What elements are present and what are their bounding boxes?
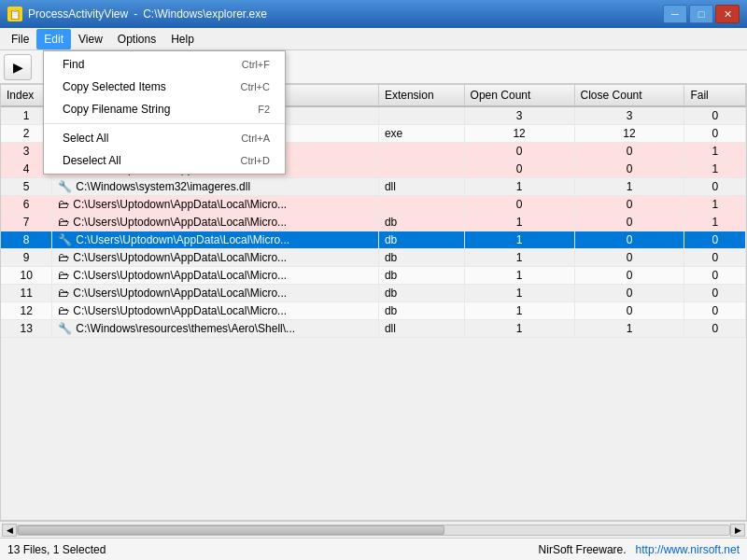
cell-filename: 🗁C:\Users\Uptodown\AppData\Local\Micro..… — [52, 249, 379, 267]
cell-close-count: 3 — [574, 106, 684, 125]
cell-open-count: 1 — [464, 178, 574, 196]
col-header-fail[interactable]: Fail — [684, 85, 746, 106]
cell-close-count: 0 — [574, 143, 684, 161]
horizontal-scrollbar[interactable]: ◀ ▶ — [0, 521, 747, 538]
menu-item-deselect-all[interactable]: Deselect All Ctrl+D — [44, 149, 285, 172]
app-icon: 📋 — [7, 7, 22, 21]
menu-edit[interactable]: Edit — [36, 29, 71, 49]
cell-open-count: 0 — [464, 196, 574, 214]
menu-item-find-label: Find — [63, 58, 84, 71]
table-row[interactable]: 7 🗁C:\Users\Uptodown\AppData\Local\Micro… — [1, 214, 746, 231]
col-header-open-count[interactable]: Open Count — [464, 85, 574, 106]
table-row[interactable]: 12 🗁C:\Users\Uptodown\AppData\Local\Micr… — [1, 302, 746, 320]
table-row[interactable]: 11 🗁C:\Users\Uptodown\AppData\Local\Micr… — [1, 285, 746, 302]
cell-open-count: 12 — [464, 125, 574, 143]
cell-index: 8 — [1, 231, 52, 249]
cell-fail: 1 — [684, 196, 746, 214]
cell-open-count: 0 — [464, 161, 574, 178]
close-window-button[interactable]: ✕ — [715, 5, 740, 23]
menu-view[interactable]: View — [71, 29, 110, 49]
table-row[interactable]: 8 🔧C:\Users\Uptodown\AppData\Local\Micro… — [1, 231, 746, 249]
cell-close-count: 0 — [574, 231, 684, 249]
cell-fail: 0 — [684, 125, 746, 143]
file-count-status: 13 Files, 1 Selected — [7, 543, 106, 556]
menu-item-select-all-shortcut: Ctrl+A — [241, 133, 270, 144]
edit-dropdown-menu: Find Ctrl+F Copy Selected Items Ctrl+C C… — [43, 50, 286, 175]
nirsoft-link[interactable]: http://www.nirsoft.net — [636, 543, 740, 556]
maximize-button[interactable]: □ — [689, 5, 713, 23]
credit-text: NirSoft Freeware. http://www.nirsoft.net — [539, 543, 740, 556]
cell-open-count: 1 — [464, 320, 574, 338]
title-separator: - — [134, 7, 137, 21]
menu-item-copy-filename[interactable]: Copy Filename String F2 — [44, 98, 285, 120]
table-row[interactable]: 13 🔧C:\Windows\resources\themes\Aero\She… — [1, 320, 746, 338]
cell-close-count: 0 — [574, 214, 684, 231]
menu-item-select-all[interactable]: Select All Ctrl+A — [44, 127, 285, 149]
cell-close-count: 0 — [574, 196, 684, 214]
cell-index: 6 — [1, 196, 52, 214]
cell-index: 7 — [1, 214, 52, 231]
cell-extension: dll — [378, 178, 464, 196]
cell-extension: dll — [378, 320, 464, 338]
menu-item-copy-filename-label: Copy Filename String — [63, 103, 170, 116]
menu-item-select-all-label: Select All — [63, 132, 108, 145]
menu-options[interactable]: Options — [110, 29, 163, 49]
table-row[interactable]: 6 🗁C:\Users\Uptodown\AppData\Local\Micro… — [1, 196, 746, 214]
scrollbar-track[interactable] — [17, 525, 730, 536]
cell-index: 10 — [1, 267, 52, 285]
scroll-right-button[interactable]: ▶ — [730, 524, 745, 537]
cell-extension: exe — [378, 125, 464, 143]
menu-item-find-shortcut: Ctrl+F — [242, 59, 270, 70]
table-row[interactable]: 9 🗁C:\Users\Uptodown\AppData\Local\Micro… — [1, 249, 746, 267]
cell-extension — [378, 161, 464, 178]
cell-extension: db — [378, 249, 464, 267]
cell-filename: 🗁C:\Users\Uptodown\AppData\Local\Micro..… — [52, 302, 379, 320]
menu-item-deselect-all-label: Deselect All — [63, 154, 121, 167]
menu-item-copy-selected-label: Copy Selected Items — [63, 80, 166, 93]
cell-filename: 🗁C:\Users\Uptodown\AppData\Local\Micro..… — [52, 196, 379, 214]
cell-index: 5 — [1, 178, 52, 196]
minimize-button[interactable]: ─ — [663, 5, 687, 23]
cell-fail: 1 — [684, 143, 746, 161]
cell-close-count: 0 — [574, 302, 684, 320]
col-header-close-count[interactable]: Close Count — [574, 85, 684, 106]
cell-filename: 🔧C:\Windows\system32\imageres.dll — [52, 178, 379, 196]
cell-extension: db — [378, 285, 464, 302]
app-title: ProcessActivityView — [28, 7, 128, 21]
title-bar: 📋 ProcessActivityView - C:\Windows\explo… — [0, 0, 747, 28]
cell-fail: 0 — [684, 231, 746, 249]
cell-close-count: 0 — [574, 249, 684, 267]
menu-item-find[interactable]: Find Ctrl+F — [44, 53, 285, 76]
scroll-left-button[interactable]: ◀ — [2, 524, 17, 537]
menu-bar: File Edit View Options Help — [0, 28, 747, 50]
cell-close-count: 1 — [574, 178, 684, 196]
menu-file[interactable]: File — [4, 29, 36, 49]
cell-fail: 0 — [684, 106, 746, 125]
menu-item-copy-selected[interactable]: Copy Selected Items Ctrl+C — [44, 76, 285, 98]
cell-index: 13 — [1, 320, 52, 338]
cell-fail: 1 — [684, 161, 746, 178]
cell-extension — [378, 106, 464, 125]
cell-filename: 🗁C:\Users\Uptodown\AppData\Local\Micro..… — [52, 214, 379, 231]
cell-open-count: 1 — [464, 231, 574, 249]
title-controls: ─ □ ✕ — [663, 5, 740, 23]
cell-open-count: 1 — [464, 302, 574, 320]
cell-fail: 1 — [684, 214, 746, 231]
cell-filename: 🔧C:\Users\Uptodown\AppData\Local\Micro..… — [52, 231, 379, 249]
menu-help[interactable]: Help — [163, 29, 202, 49]
cell-open-count: 1 — [464, 214, 574, 231]
cell-extension: db — [378, 231, 464, 249]
cell-open-count: 1 — [464, 267, 574, 285]
cell-extension — [378, 196, 464, 214]
col-header-extension[interactable]: Extension — [378, 85, 464, 106]
menu-separator-1 — [44, 123, 285, 124]
scrollbar-thumb[interactable] — [18, 525, 444, 535]
cell-close-count: 1 — [574, 320, 684, 338]
table-row[interactable]: 5 🔧C:\Windows\system32\imageres.dll dll … — [1, 178, 746, 196]
cell-fail: 0 — [684, 285, 746, 302]
cell-index: 12 — [1, 302, 52, 320]
play-button[interactable]: ▶ — [4, 54, 32, 80]
table-row[interactable]: 10 🗁C:\Users\Uptodown\AppData\Local\Micr… — [1, 267, 746, 285]
cell-open-count: 1 — [464, 285, 574, 302]
cell-filename: 🗁C:\Users\Uptodown\AppData\Local\Micro..… — [52, 267, 379, 285]
